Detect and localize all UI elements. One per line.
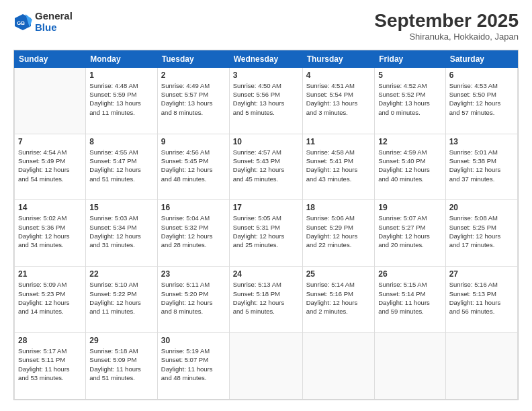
day-info: Sunrise: 5:07 AMSunset: 5:27 PMDaylight:…: [378, 214, 441, 249]
day-info: Sunrise: 5:01 AMSunset: 5:38 PMDaylight:…: [449, 148, 514, 183]
day-number: 5: [378, 71, 441, 80]
day-info: Sunrise: 5:06 AMSunset: 5:29 PMDaylight:…: [306, 214, 371, 249]
calendar-header: Sunday Monday Tuesday Wednesday Thursday…: [15, 50, 518, 67]
day-number: 6: [449, 71, 514, 80]
day-number: 11: [306, 137, 371, 146]
table-row: 24Sunrise: 5:13 AMSunset: 5:18 PMDayligh…: [229, 267, 302, 333]
day-info: Sunrise: 5:18 AMSunset: 5:09 PMDaylight:…: [89, 347, 154, 382]
day-number: 3: [233, 71, 299, 80]
table-row: 9Sunrise: 4:56 AMSunset: 5:45 PMDaylight…: [157, 134, 229, 200]
day-number: 20: [449, 203, 514, 212]
day-number: 17: [233, 203, 299, 212]
day-number: 1: [89, 71, 154, 80]
table-row: 8Sunrise: 4:55 AMSunset: 5:47 PMDaylight…: [86, 134, 158, 200]
day-number: 29: [89, 336, 154, 345]
table-row: 7Sunrise: 4:54 AMSunset: 5:49 PMDaylight…: [15, 134, 86, 200]
day-number: 16: [161, 203, 226, 212]
day-number: 27: [449, 269, 514, 279]
logo-icon: GB: [13, 13, 32, 32]
day-info: Sunrise: 5:16 AMSunset: 5:13 PMDaylight:…: [449, 280, 514, 316]
day-info: Sunrise: 5:13 AMSunset: 5:18 PMDaylight:…: [233, 280, 299, 316]
table-row: 16Sunrise: 5:04 AMSunset: 5:32 PMDayligh…: [157, 200, 229, 267]
table-row: [445, 333, 517, 400]
page: GB General Blue September 2025 Shiranuka…: [0, 0, 532, 411]
day-info: Sunrise: 4:55 AMSunset: 5:47 PMDaylight:…: [89, 148, 154, 183]
logo-general: General: [35, 11, 73, 22]
table-row: 25Sunrise: 5:14 AMSunset: 5:16 PMDayligh…: [302, 267, 375, 333]
weekday-saturday: Saturday: [445, 50, 517, 67]
day-number: 30: [161, 336, 226, 345]
day-info: Sunrise: 4:54 AMSunset: 5:49 PMDaylight:…: [18, 148, 82, 183]
day-info: Sunrise: 4:49 AMSunset: 5:57 PMDaylight:…: [161, 81, 226, 117]
table-row: 28Sunrise: 5:17 AMSunset: 5:11 PMDayligh…: [15, 333, 86, 400]
day-info: Sunrise: 5:14 AMSunset: 5:16 PMDaylight:…: [306, 280, 371, 316]
calendar-table: Sunday Monday Tuesday Wednesday Thursday…: [14, 50, 518, 400]
day-info: Sunrise: 5:19 AMSunset: 5:07 PMDaylight:…: [161, 347, 226, 382]
table-row: 30Sunrise: 5:19 AMSunset: 5:07 PMDayligh…: [157, 333, 229, 400]
table-row: [15, 67, 86, 134]
day-info: Sunrise: 5:04 AMSunset: 5:32 PMDaylight:…: [161, 214, 226, 249]
day-number: 7: [18, 137, 82, 146]
weekday-friday: Friday: [375, 50, 445, 67]
table-row: 11Sunrise: 4:58 AMSunset: 5:41 PMDayligh…: [302, 134, 375, 200]
weekday-tuesday: Tuesday: [157, 50, 229, 67]
table-row: 17Sunrise: 5:05 AMSunset: 5:31 PMDayligh…: [229, 200, 302, 267]
location: Shiranuka, Hokkaido, Japan: [374, 32, 519, 42]
day-number: 19: [378, 203, 441, 212]
day-info: Sunrise: 4:48 AMSunset: 5:59 PMDaylight:…: [89, 81, 154, 117]
table-row: 2Sunrise: 4:49 AMSunset: 5:57 PMDaylight…: [157, 67, 229, 134]
day-number: 9: [161, 137, 226, 146]
calendar: Sunday Monday Tuesday Wednesday Thursday…: [13, 50, 519, 400]
day-number: 24: [233, 269, 299, 279]
day-info: Sunrise: 4:51 AMSunset: 5:54 PMDaylight:…: [306, 81, 371, 117]
day-info: Sunrise: 4:53 AMSunset: 5:50 PMDaylight:…: [449, 81, 514, 117]
day-number: 22: [89, 269, 154, 279]
table-row: 3Sunrise: 4:50 AMSunset: 5:56 PMDaylight…: [229, 67, 302, 134]
day-info: Sunrise: 5:15 AMSunset: 5:14 PMDaylight:…: [378, 280, 441, 316]
day-info: Sunrise: 4:50 AMSunset: 5:56 PMDaylight:…: [233, 81, 299, 117]
table-row: [375, 333, 445, 400]
weekday-monday: Monday: [86, 50, 158, 67]
table-row: 1Sunrise: 4:48 AMSunset: 5:59 PMDaylight…: [86, 67, 158, 134]
table-row: 13Sunrise: 5:01 AMSunset: 5:38 PMDayligh…: [445, 134, 517, 200]
day-number: 13: [449, 137, 514, 146]
table-row: 18Sunrise: 5:06 AMSunset: 5:29 PMDayligh…: [302, 200, 375, 267]
day-number: 8: [89, 137, 154, 146]
day-number: 10: [233, 137, 299, 146]
day-number: 15: [89, 203, 154, 212]
day-number: 25: [306, 269, 371, 279]
day-info: Sunrise: 4:58 AMSunset: 5:41 PMDaylight:…: [306, 148, 371, 183]
day-number: 23: [161, 269, 226, 279]
svg-text:GB: GB: [17, 20, 25, 26]
table-row: 19Sunrise: 5:07 AMSunset: 5:27 PMDayligh…: [375, 200, 445, 267]
table-row: [302, 333, 375, 400]
logo-text: General Blue: [35, 11, 73, 33]
table-row: 14Sunrise: 5:02 AMSunset: 5:36 PMDayligh…: [15, 200, 86, 267]
table-row: 21Sunrise: 5:09 AMSunset: 5:23 PMDayligh…: [15, 267, 86, 333]
day-info: Sunrise: 5:02 AMSunset: 5:36 PMDaylight:…: [18, 214, 82, 249]
day-info: Sunrise: 4:57 AMSunset: 5:43 PMDaylight:…: [233, 148, 299, 183]
table-row: 22Sunrise: 5:10 AMSunset: 5:22 PMDayligh…: [86, 267, 158, 333]
table-row: 29Sunrise: 5:18 AMSunset: 5:09 PMDayligh…: [86, 333, 158, 400]
day-number: 26: [378, 269, 441, 279]
day-info: Sunrise: 5:17 AMSunset: 5:11 PMDaylight:…: [18, 347, 82, 382]
day-info: Sunrise: 5:03 AMSunset: 5:34 PMDaylight:…: [89, 214, 154, 249]
day-number: 2: [161, 71, 226, 80]
day-number: 18: [306, 203, 371, 212]
table-row: 15Sunrise: 5:03 AMSunset: 5:34 PMDayligh…: [86, 200, 158, 267]
title-area: September 2025 Shiranuka, Hokkaido, Japa…: [374, 11, 519, 42]
logo: GB General Blue: [13, 11, 73, 33]
table-row: 4Sunrise: 4:51 AMSunset: 5:54 PMDaylight…: [302, 67, 375, 134]
weekday-thursday: Thursday: [302, 50, 375, 67]
day-info: Sunrise: 4:59 AMSunset: 5:40 PMDaylight:…: [378, 148, 441, 183]
table-row: 10Sunrise: 4:57 AMSunset: 5:43 PMDayligh…: [229, 134, 302, 200]
day-number: 14: [18, 203, 82, 212]
table-row: 12Sunrise: 4:59 AMSunset: 5:40 PMDayligh…: [375, 134, 445, 200]
day-number: 12: [378, 137, 441, 146]
table-row: [229, 333, 302, 400]
day-info: Sunrise: 4:56 AMSunset: 5:45 PMDaylight:…: [161, 148, 226, 183]
day-number: 21: [18, 269, 82, 279]
calendar-body: 1Sunrise: 4:48 AMSunset: 5:59 PMDaylight…: [15, 67, 518, 399]
table-row: 26Sunrise: 5:15 AMSunset: 5:14 PMDayligh…: [375, 267, 445, 333]
day-info: Sunrise: 5:05 AMSunset: 5:31 PMDaylight:…: [233, 214, 299, 249]
